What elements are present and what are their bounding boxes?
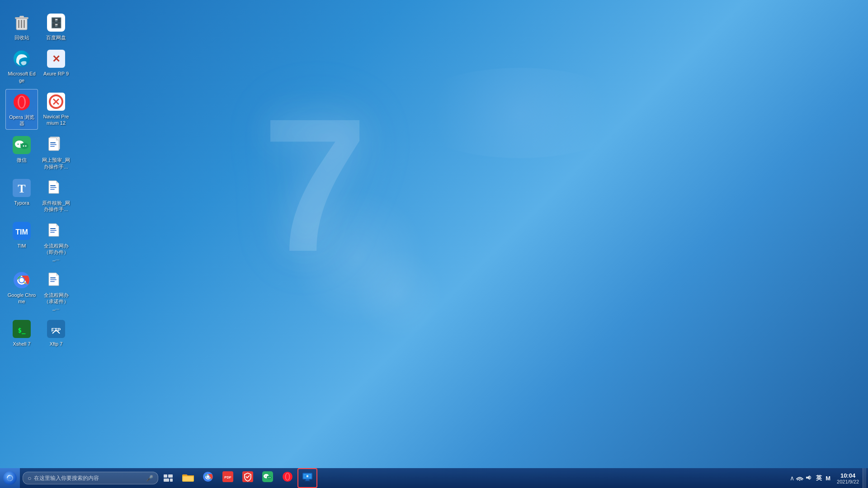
icon-recycle-bin[interactable]: 回收站 [5,10,38,43]
svg-point-22 [25,145,27,147]
svg-rect-36 [50,228,56,229]
edge-label: Microsoft Edge [7,70,36,84]
svg-rect-45 [50,281,55,282]
svg-point-21 [23,145,24,147]
svg-rect-25 [50,142,56,143]
search-icon: ○ [28,474,31,482]
tim-icon: TIM [12,221,32,241]
doc-yuanjian-label: 原件核验_网办操作手... [42,200,71,213]
win7-logo: 7 [262,90,368,280]
icon-doc-yuanjian[interactable]: 原件核验_网办操作手... [40,175,72,216]
svg-rect-31 [50,187,57,188]
svg-rect-53 [164,479,169,482]
svg-rect-44 [50,279,57,280]
icon-xshell[interactable]: $_ Xshell 7 [5,316,38,350]
taskbar-chrome[interactable] [198,468,218,488]
svg-point-18 [20,143,28,149]
icon-google-chrome[interactable]: Google Chrome [5,267,38,314]
recycle-bin-icon [12,13,32,33]
icon-tim[interactable]: TIM TIM [5,218,38,265]
taskbar-opera[interactable] [278,468,297,488]
show-desktop-button[interactable] [863,468,866,488]
svg-point-70 [270,477,271,478]
chrome-icon [12,270,32,290]
icon-microsoft-edge[interactable]: Microsoft Edge [5,46,38,86]
svg-point-60 [207,475,209,478]
svg-point-69 [269,477,269,478]
taskbar-wechat[interactable] [258,468,278,488]
clock-time: 10:04 [840,472,855,479]
svg-point-68 [267,476,268,477]
tray-volume-icon[interactable] [805,474,812,482]
svg-text:🗄️: 🗄️ [50,17,63,29]
svg-rect-77 [305,480,310,481]
glow-3 [407,68,633,158]
axure-label: Axure RP 9 [43,70,69,77]
icon-doc-quanliucheng1[interactable]: 全流程网办（即办件）_... [40,218,72,265]
axure-icon: ✕ [46,49,66,69]
doc-quanliucheng1-icon [46,221,66,241]
desktop: 7 回收站 [0,0,868,488]
tim-label: TIM [18,243,26,249]
svg-point-42 [19,278,24,282]
taskbar-security[interactable] [238,468,258,488]
icon-typora[interactable]: T Typora [5,175,38,216]
taskbar-remote-desktop[interactable] [297,468,317,488]
svg-rect-54 [170,479,173,482]
xftp-icon: FTP [46,319,66,339]
doc-quanliucheng2-label: 全流程网办（承诺件）_... [42,292,71,311]
baidu-label: 百度网盘 [46,34,66,41]
wechat-taskbar-icon [262,471,273,485]
clock[interactable]: 10:04 2021/9/22 [833,468,863,488]
search-text: 在这里输入你要搜索的内容 [34,474,146,482]
doc-yuanjian-icon [46,178,66,198]
desktop-icons-area: 回收站 🗄️ 百度网盘 [0,5,78,357]
baidu-icon: 🗄️ [46,13,66,33]
svg-rect-51 [164,474,167,478]
icon-doc-yulan[interactable]: 网上预审_网办操作手... [40,132,72,173]
svg-rect-30 [50,185,56,186]
tray-show-hidden[interactable]: ∧ [790,474,794,482]
icon-wechat[interactable]: 微信 [5,132,38,173]
svg-point-81 [799,480,801,481]
glow-2 [353,249,443,339]
start-button[interactable] [0,468,20,488]
svg-rect-27 [50,146,55,147]
taskbar-explorer[interactable] [178,468,198,488]
svg-point-13 [19,97,24,108]
icon-xftp[interactable]: FTP Xftp 7 [40,316,72,350]
icon-baidu-netdisk[interactable]: 🗄️ 百度网盘 [40,10,72,43]
svg-point-20 [20,144,22,145]
taskbar: ○ 在这里输入你要搜索的内容 🎤 [0,468,868,488]
edge-icon [12,49,32,69]
icon-axure[interactable]: ✕ Axure RP 9 [40,46,72,86]
tray-network-icon[interactable] [796,474,803,482]
svg-rect-52 [168,474,173,478]
taskbar-apps: PDF [178,468,787,488]
tray-language[interactable]: 英 [814,473,824,483]
system-tray: ∧ 英 M 10:04 [787,468,868,488]
opera-taskbar-icon [282,471,293,485]
svg-rect-32 [50,189,55,190]
svg-rect-76 [306,479,309,480]
taskbar-pdf[interactable]: PDF [218,468,238,488]
remote-desktop-taskbar-icon [302,471,313,485]
svg-text:✕: ✕ [52,53,60,65]
glow-1 [289,190,425,325]
explorer-icon [182,472,194,484]
tray-ime[interactable]: M [826,475,830,482]
icon-opera[interactable]: Opera 浏览器 [5,89,38,130]
tray-icons: ∧ 英 M [787,473,833,483]
svg-rect-37 [50,230,57,231]
svg-point-66 [267,476,272,479]
navicat-label: Navicat Premium 12 [42,113,71,127]
doc-quanliucheng2-icon [46,270,66,290]
svg-point-19 [18,144,19,145]
icon-doc-quanliucheng2[interactable]: 全流程网办（承诺件）_... [40,267,72,314]
icon-navicat[interactable]: Navicat Premium 12 [40,89,72,130]
svg-text:T: T [18,182,25,195]
wechat-icon [12,135,32,155]
taskbar-search[interactable]: ○ 在这里输入你要搜索的内容 🎤 [23,472,158,484]
opera-icon [12,92,32,112]
task-view-button[interactable] [160,470,176,486]
